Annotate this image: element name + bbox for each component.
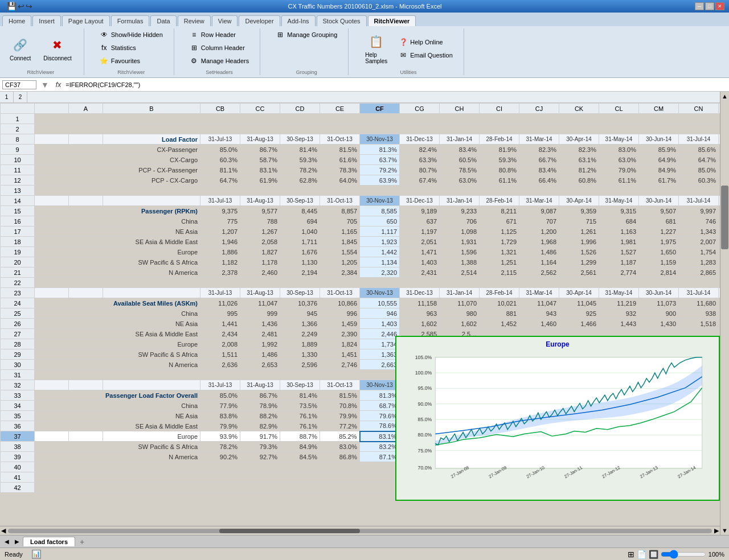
cell-value[interactable]: 2,194 (280, 267, 320, 278)
cell-value[interactable]: 2,083 (719, 237, 720, 247)
empty-cell[interactable] (69, 329, 103, 339)
cell-value[interactable]: 1,200 (519, 227, 559, 237)
cell-value[interactable]: 946 (360, 308, 400, 319)
col-header-CJ[interactable]: CJ (519, 104, 559, 114)
cell-value[interactable]: 9,507 (639, 206, 679, 216)
cell-value[interactable]: 1,459 (320, 319, 360, 329)
cell-value[interactable]: 63.1% (559, 155, 599, 165)
cell-value[interactable]: 85.6% (679, 145, 719, 155)
cell-value[interactable]: 87.2% (719, 145, 720, 155)
empty-cell[interactable] (69, 206, 103, 216)
cell-value[interactable]: 8,211 (480, 206, 519, 216)
cell-value[interactable]: 58.7% (240, 155, 280, 165)
active-cell[interactable]: 83.1% (360, 431, 400, 442)
cell-value[interactable]: 2,434 (200, 329, 240, 339)
cell-value[interactable]: 715 (559, 216, 599, 227)
row-group-1[interactable]: 1 (0, 92, 14, 102)
cell-value[interactable]: 1,117 (360, 227, 400, 237)
cell-value[interactable]: 1,554 (320, 247, 360, 257)
cell-value[interactable]: 2,051 (400, 237, 440, 247)
empty-cell[interactable] (69, 360, 103, 370)
col-header-A[interactable]: A (69, 104, 103, 114)
cell-value[interactable]: 1,931 (440, 237, 480, 247)
cell-value[interactable]: 79.0% (599, 165, 639, 175)
cell-value[interactable]: 9,233 (440, 206, 480, 216)
cell-value[interactable]: 1,824 (320, 339, 360, 349)
cell-value[interactable]: 83.4% (519, 165, 559, 175)
tab-view[interactable]: View (212, 15, 238, 26)
empty-cell[interactable] (69, 411, 103, 421)
cell-value[interactable]: 60.5% (440, 155, 480, 165)
chart-overlay[interactable]: Europe (395, 336, 720, 501)
empty-cell[interactable] (69, 134, 103, 145)
cell-value[interactable]: 1,729 (480, 237, 519, 247)
cell-value[interactable]: 81.2% (559, 165, 599, 175)
cell-value[interactable]: 63.7% (360, 155, 400, 165)
col-header-CN[interactable]: CN (679, 104, 719, 114)
v-scrollbar-thumb[interactable] (721, 186, 728, 249)
cell-value[interactable]: 1,294 (719, 257, 720, 267)
cell-value[interactable]: 83.0% (599, 145, 639, 155)
cell-value[interactable]: 83.1% (240, 165, 280, 175)
col-header-CF[interactable]: CF (360, 104, 400, 114)
cell-value[interactable]: 81.9% (480, 145, 519, 155)
cell-value[interactable]: 10,314 (719, 206, 720, 216)
cell-value[interactable]: 671 (480, 216, 519, 227)
cell-value[interactable]: 2,514 (440, 267, 480, 278)
cell-value[interactable]: 1,441 (200, 319, 240, 329)
cell-value[interactable]: 2,384 (320, 267, 360, 278)
cell-value[interactable]: 1,187 (599, 257, 639, 267)
cell-value[interactable]: 10,376 (280, 298, 320, 308)
cell-value[interactable]: 1,165 (320, 227, 360, 237)
scroll-left-btn[interactable]: ◀ (1, 527, 6, 534)
cell-value[interactable]: 11,047 (519, 298, 559, 308)
empty-cell[interactable] (69, 288, 103, 298)
cell-value[interactable]: 81.3% (360, 145, 400, 155)
cell-value[interactable]: 1,734 (360, 339, 400, 349)
cell-value[interactable]: 1,676 (280, 247, 320, 257)
cell-value[interactable]: 62.5% (719, 155, 720, 165)
cell-value[interactable]: 62.8% (280, 175, 320, 186)
cell-value[interactable]: 58.7% (719, 175, 720, 186)
col-header-CC[interactable]: CC (240, 104, 280, 114)
empty-cell[interactable] (103, 196, 200, 206)
cell-value[interactable]: 2,007 (679, 237, 719, 247)
cell-value[interactable]: 81.4% (280, 145, 320, 155)
cell-value[interactable]: 61.6% (320, 155, 360, 165)
col-header-CK[interactable]: CK (559, 104, 599, 114)
empty-cell[interactable] (69, 124, 103, 134)
cell-value[interactable]: 945 (719, 308, 720, 319)
tab-developer[interactable]: Developer (239, 15, 280, 26)
cell-value[interactable]: 932 (599, 308, 639, 319)
scroll-down-btn[interactable]: ▼ (720, 526, 729, 535)
tab-formulas[interactable]: Formulas (111, 15, 150, 26)
cell-value[interactable]: 1,981 (599, 237, 639, 247)
tab-ritchviewer[interactable]: RitchViewer (368, 15, 416, 26)
cell-value[interactable]: 746 (679, 216, 719, 227)
cell-value[interactable]: 86.7% (240, 390, 280, 401)
tab-page-layout[interactable]: Page Layout (62, 15, 110, 26)
cell-value[interactable]: 1,436 (240, 319, 280, 329)
cell-value[interactable]: 1,996 (559, 237, 599, 247)
cell-value[interactable]: 11,219 (599, 298, 639, 308)
tab-review[interactable]: Review (178, 15, 211, 26)
empty-cell[interactable] (69, 452, 103, 462)
cell-value[interactable]: 2,008 (200, 339, 240, 349)
cell-value[interactable]: 73.5% (280, 401, 320, 411)
cell-value[interactable]: 9,997 (679, 206, 719, 216)
normal-view-btn[interactable]: ⊞ (628, 550, 634, 559)
cell-value[interactable]: 82.3% (559, 145, 599, 155)
cell-value[interactable]: 60.8% (559, 175, 599, 186)
cell-value[interactable]: 8,857 (320, 206, 360, 216)
cell-value[interactable]: 650 (360, 216, 400, 227)
cell-value[interactable]: 88.2% (240, 411, 280, 421)
cell-value[interactable]: 85.0% (679, 165, 719, 175)
cell-value[interactable]: 2,814 (639, 267, 679, 278)
cell-value[interactable]: 92.7% (240, 452, 280, 462)
cell-value[interactable]: 66.7% (519, 155, 559, 165)
cell-value[interactable]: 637 (400, 216, 440, 227)
cell-value[interactable]: 61.9% (240, 175, 280, 186)
cell-value[interactable]: 1,372 (719, 227, 720, 237)
empty-cell[interactable] (69, 237, 103, 247)
sheet-tab-nav-left[interactable]: ◀ (2, 538, 11, 545)
